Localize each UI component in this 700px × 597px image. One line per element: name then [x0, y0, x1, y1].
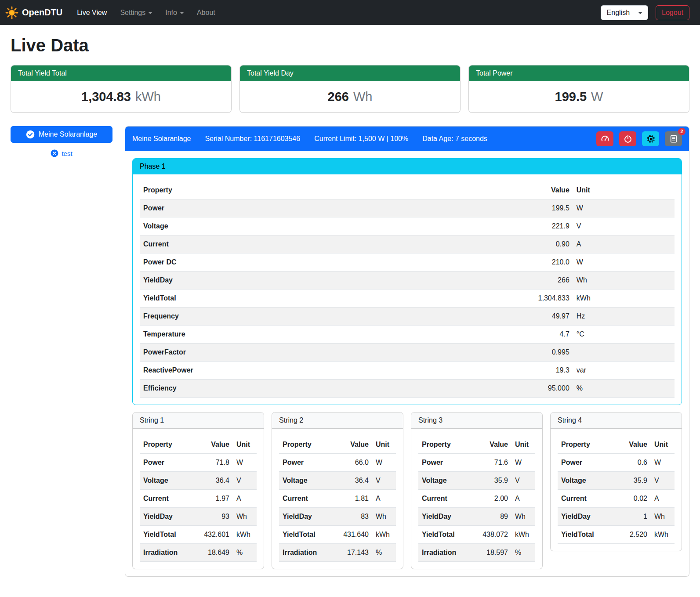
device-info-button[interactable]: [642, 131, 659, 146]
unit-cell: A: [511, 490, 535, 508]
column-header-unit: Unit: [573, 181, 675, 199]
string-table-body: Power0.6WVoltage35.9VCurrent0.02AYieldDa…: [558, 454, 675, 544]
logout-button[interactable]: Logout: [656, 5, 689, 20]
inverter-panel-body: Phase 1 PropertyValueUnit Power199.5WVol…: [125, 151, 689, 576]
nav-about[interactable]: About: [190, 5, 222, 20]
nav-settings-label: Settings: [120, 9, 145, 17]
table-row: Power66.0W: [279, 454, 396, 472]
property-cell: YieldTotal: [279, 526, 331, 544]
summary-card-body: 266Wh: [240, 81, 460, 112]
table-row: Power71.6W: [418, 454, 535, 472]
string-table-head: PropertyValueUnit: [279, 436, 396, 454]
x-circle-icon: [51, 149, 58, 157]
value-cell: 1,304.833: [399, 289, 573, 308]
string-card-1: String 1 PropertyValueUnit Power71.8WVol…: [132, 412, 264, 569]
value-cell: 1: [614, 508, 651, 526]
serial-number: Serial Number: 116171603546: [205, 135, 300, 143]
power-settings-button[interactable]: [619, 131, 636, 146]
value-cell: 438.072: [471, 526, 511, 544]
sun-icon: [5, 6, 18, 19]
unit-cell: kWh: [233, 526, 257, 544]
property-cell: Voltage: [140, 217, 399, 235]
journal-icon: [669, 134, 678, 143]
nav-settings[interactable]: Settings: [113, 5, 159, 20]
unit-cell: var: [573, 362, 675, 380]
unit-cell: V: [372, 472, 396, 490]
string-title: String 3: [411, 412, 542, 429]
property-cell: Power: [558, 454, 614, 472]
table-row: YieldDay89Wh: [418, 508, 535, 526]
event-log-button[interactable]: 2: [665, 131, 682, 146]
table-row: Irradiation18.649%: [140, 544, 257, 562]
unit-cell: W: [651, 454, 675, 472]
column-header-property: Property: [279, 436, 331, 454]
app-brand[interactable]: OpenDTU: [5, 6, 62, 19]
property-cell: YieldDay: [558, 508, 614, 526]
value-cell: 0.02: [614, 490, 651, 508]
chevron-down-icon: [180, 12, 184, 14]
nav-live-view[interactable]: Live View: [70, 5, 113, 20]
unit-cell: Wh: [372, 508, 396, 526]
value-cell: 0.90: [399, 235, 573, 253]
chevron-down-icon: [149, 12, 152, 14]
inverter-sidebar: Meine Solaranlage test: [11, 126, 112, 157]
summary-card-title: Total Yield Day: [240, 65, 460, 81]
phase-body: PropertyValueUnit Power199.5WVoltage221.…: [133, 174, 682, 405]
gauge-icon: [601, 134, 609, 143]
column-header-property: Property: [140, 181, 399, 199]
column-header-unit: Unit: [233, 436, 257, 454]
property-cell: Power: [279, 454, 331, 472]
property-cell: Voltage: [140, 472, 192, 490]
table-row: YieldTotal432.601kWh: [140, 526, 257, 544]
unit-cell: A: [651, 490, 675, 508]
unit-cell: %: [233, 544, 257, 562]
column-header-unit: Unit: [511, 436, 535, 454]
unit-cell: Wh: [573, 271, 675, 289]
unit-cell: A: [233, 490, 257, 508]
inverter-item-test[interactable]: test: [11, 149, 112, 157]
table-row: Voltage221.9V: [140, 217, 675, 235]
inverter-select-label: Meine Solaranlage: [39, 130, 97, 138]
limit-settings-button[interactable]: [596, 131, 613, 146]
column-header-value: Value: [471, 436, 511, 454]
table-row: YieldTotal431.640kWh: [279, 526, 396, 544]
unit-cell: kWh: [651, 526, 675, 544]
unit-cell: kWh: [573, 289, 675, 308]
value-cell: 36.4: [331, 472, 372, 490]
inverter-actions: 2: [596, 131, 682, 146]
table-row: YieldTotal438.072kWh: [418, 526, 535, 544]
check-circle-icon: [26, 130, 35, 139]
property-cell: Temperature: [140, 326, 399, 344]
property-cell: Power: [140, 454, 192, 472]
summary-value: 266: [328, 90, 349, 104]
nav-info[interactable]: Info: [159, 5, 190, 20]
summary-value: 1,304.83: [81, 90, 131, 104]
property-cell: Current: [140, 490, 192, 508]
inverter-select-button[interactable]: Meine Solaranlage: [11, 126, 112, 143]
navbar: OpenDTU Live View Settings Info About En…: [0, 0, 700, 25]
string-table-body: Power66.0WVoltage36.4VCurrent1.81AYieldD…: [279, 454, 396, 562]
page-title: Live Data: [11, 36, 689, 55]
table-row: Current1.97A: [140, 490, 257, 508]
unit-cell: Wh: [651, 508, 675, 526]
language-select[interactable]: English: [601, 5, 648, 20]
summary-unit: Wh: [353, 90, 373, 104]
column-header-row: PropertyValueUnit: [140, 181, 675, 199]
value-cell: 89: [471, 508, 511, 526]
summary-card-body: 199.5W: [469, 81, 689, 112]
table-row: YieldDay1Wh: [558, 508, 675, 526]
inverter-panel-header: Meine Solaranlage Serial Number: 1161716…: [125, 127, 689, 151]
table-row: YieldDay93Wh: [140, 508, 257, 526]
unit-cell: [573, 344, 675, 362]
string-table-body: Power71.6WVoltage35.9VCurrent2.00AYieldD…: [418, 454, 535, 562]
table-row: Power71.8W: [140, 454, 257, 472]
unit-cell: W: [511, 454, 535, 472]
table-row: Power199.5W: [140, 199, 675, 217]
unit-cell: V: [233, 472, 257, 490]
property-cell: Power: [418, 454, 471, 472]
table-row: Voltage36.4V: [140, 472, 257, 490]
string-4-table: PropertyValueUnit Power0.6WVoltage35.9VC…: [558, 436, 675, 544]
property-cell: ReactivePower: [140, 362, 399, 380]
nav-info-label: Info: [165, 9, 177, 17]
table-row: Current0.90A: [140, 235, 675, 253]
